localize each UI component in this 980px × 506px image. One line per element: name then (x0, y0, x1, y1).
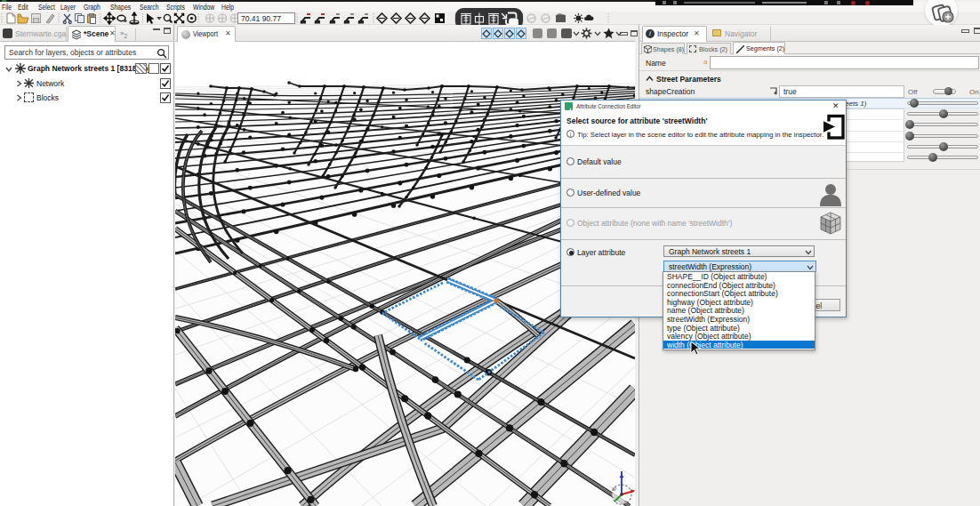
svg-text:W: W (612, 486, 616, 492)
